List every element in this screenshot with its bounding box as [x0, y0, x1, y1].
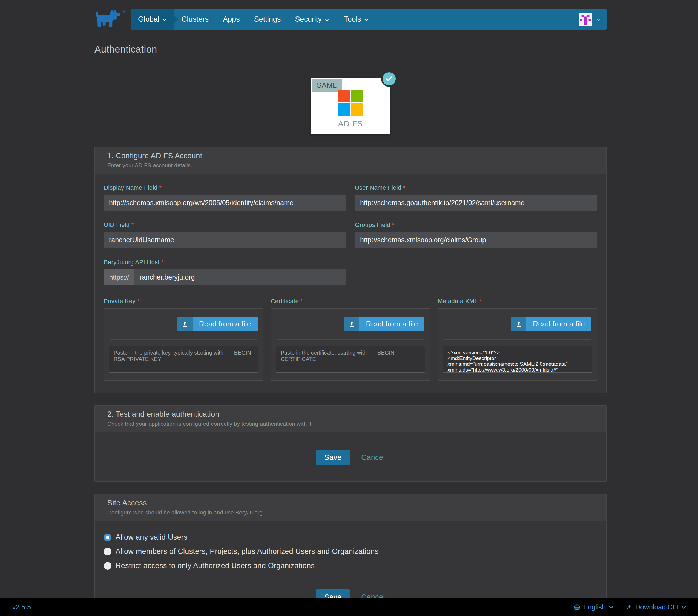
label-text: Private Key: [104, 298, 136, 305]
section2-subtitle: Check that your application is configure…: [107, 421, 594, 427]
ms-square-blue: [338, 103, 350, 115]
metadata-xml-box: Read from a file <?xml version="1.0"?> <…: [437, 308, 597, 380]
avatar[interactable]: [578, 13, 592, 26]
nav-item-apps[interactable]: Apps: [216, 9, 247, 30]
read-file-label: Read from a file: [359, 317, 424, 331]
nav-item-label: Global: [138, 15, 159, 24]
radio-allow-any-valid-users[interactable]: Allow any valid Users: [104, 533, 597, 542]
radio-label: Allow any valid Users: [115, 533, 187, 542]
nav-item-settings[interactable]: Settings: [247, 9, 288, 30]
required-asterisk: *: [161, 259, 164, 266]
footer: v2.5.5 English Download CLI: [0, 598, 698, 616]
required-asterisk: *: [403, 184, 406, 191]
groups-input[interactable]: [355, 232, 597, 248]
nav-item-tools[interactable]: Tools: [337, 9, 376, 30]
radio-allow-members[interactable]: Allow members of Clusters, Projects, plu…: [104, 547, 597, 556]
private-key-read-file-button[interactable]: Read from a file: [178, 317, 258, 331]
chevron-down-icon: [609, 604, 614, 610]
file-box-divider: [444, 339, 591, 340]
chevron-down-icon: [324, 17, 330, 23]
language-selector[interactable]: English: [573, 603, 614, 611]
nav-item-label: Clusters: [182, 15, 209, 24]
private-key-group: Private Key* Read from a file: [104, 298, 263, 380]
required-asterisk: *: [392, 222, 395, 228]
label-text: Certificate: [271, 298, 299, 305]
download-cli-menu[interactable]: Download CLI: [626, 603, 686, 611]
section1-subtitle: Enter your AD FS account details: [107, 162, 594, 169]
upload-icon: [178, 317, 193, 331]
section2-title: 2. Test and enable authentication: [107, 410, 594, 419]
label-text: UID Field: [104, 222, 129, 228]
file-box-divider: [277, 339, 424, 340]
cow-logo-icon: [95, 10, 123, 28]
microsoft-logo-icon: [338, 90, 363, 115]
nav-item-label: Security: [295, 15, 322, 24]
download-icon: [626, 604, 632, 611]
user-name-input[interactable]: [355, 195, 597, 211]
label-text: BeryJu.org API Host: [104, 259, 159, 266]
certificate-label: Certificate*: [271, 298, 431, 305]
metadata-xml-group: Metadata XML* Read from a file: [437, 298, 597, 380]
groups-label: Groups Field*: [355, 222, 597, 228]
private-key-label: Private Key*: [104, 298, 263, 305]
nav-item-clusters[interactable]: Clusters: [174, 9, 216, 30]
chevron-down-icon: [364, 17, 369, 23]
api-host-field-group: BeryJu.org API Host* https://: [104, 259, 346, 285]
metadata-read-file-button[interactable]: Read from a file: [511, 317, 591, 331]
language-label: English: [583, 603, 606, 611]
radio-restrict-access[interactable]: Restrict access to only Authorized Users…: [104, 561, 597, 570]
section1-header: 1. Configure AD FS Account Enter your AD…: [95, 147, 606, 174]
chevron-down-icon[interactable]: [596, 16, 602, 23]
uid-input[interactable]: [104, 232, 346, 248]
auth-provider-card[interactable]: SAML AD FS: [311, 78, 390, 135]
nav-item-global[interactable]: Global: [131, 9, 174, 30]
upload-icon: [511, 317, 526, 331]
globe-icon: [573, 604, 581, 611]
nav-item-label: Apps: [223, 15, 240, 24]
saml-badge: SAML: [312, 79, 342, 92]
private-key-textarea[interactable]: [109, 346, 258, 373]
display-name-input[interactable]: [104, 195, 346, 211]
ms-square-green: [351, 90, 363, 102]
nav-item-security[interactable]: Security: [288, 9, 337, 30]
api-host-label: BeryJu.org API Host*: [104, 259, 346, 266]
radio-input[interactable]: [104, 562, 111, 570]
page-title: Authentication: [95, 44, 606, 55]
label-text: Groups Field: [355, 222, 390, 228]
display-name-field-group: Display Name Field*: [104, 184, 346, 211]
radio-input[interactable]: [104, 534, 111, 541]
label-text: User Name Field: [355, 184, 402, 191]
groups-field-group: Groups Field*: [355, 222, 597, 248]
radio-input[interactable]: [104, 548, 111, 556]
ms-square-red: [338, 90, 350, 102]
uid-field-group: UID Field*: [104, 222, 346, 248]
selected-check-icon: [381, 71, 397, 87]
certificate-read-file-button[interactable]: Read from a file: [344, 317, 424, 331]
section1-title: 1. Configure AD FS Account: [107, 152, 594, 160]
provider-name: AD FS: [311, 120, 390, 128]
save-button[interactable]: Save: [316, 450, 350, 465]
certificate-textarea[interactable]: [276, 346, 425, 373]
rancher-logo[interactable]: ®: [95, 10, 123, 28]
download-cli-label: Download CLI: [635, 603, 678, 611]
radio-label: Restrict access to only Authorized Users…: [115, 561, 315, 570]
user-name-field-group: User Name Field*: [355, 184, 597, 211]
certificate-box: Read from a file: [271, 308, 431, 380]
section-test-enable: 2. Test and enable authentication Check …: [95, 405, 606, 481]
header: ® Global Clusters Apps Settings Security: [95, 0, 606, 30]
ms-square-yellow: [351, 103, 363, 115]
metadata-xml-label: Metadata XML*: [437, 298, 597, 305]
api-host-input[interactable]: [135, 269, 346, 285]
user-name-label: User Name Field*: [355, 184, 597, 191]
required-asterisk: *: [479, 298, 482, 305]
certificate-group: Certificate* Read from a file: [271, 298, 431, 380]
version-label[interactable]: v2.5.5: [12, 603, 31, 611]
user-menu[interactable]: [574, 9, 606, 30]
metadata-xml-textarea[interactable]: <?xml version="1.0"?> <md:EntityDescript…: [443, 346, 592, 373]
read-file-label: Read from a file: [193, 317, 258, 331]
required-asterisk: *: [131, 222, 134, 228]
cancel-link[interactable]: Cancel: [361, 453, 385, 462]
file-box-divider: [110, 339, 257, 340]
read-file-label: Read from a file: [526, 317, 591, 331]
chevron-down-icon: [162, 17, 167, 23]
